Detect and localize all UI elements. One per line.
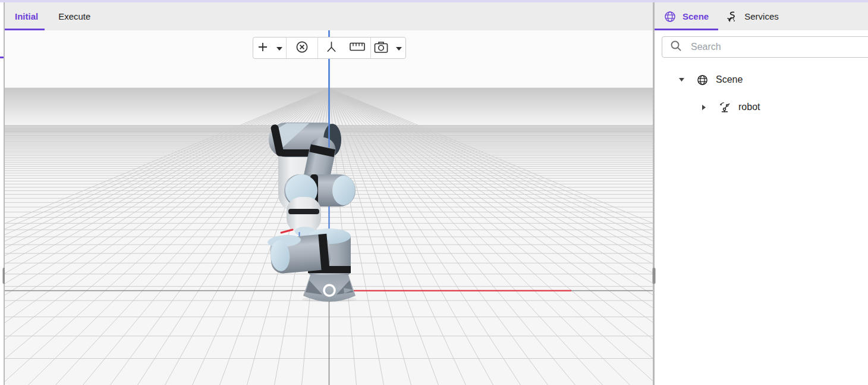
- caret-right-icon[interactable]: [700, 105, 708, 110]
- globe-icon: [664, 11, 676, 23]
- scene-panel: Scene Services: [655, 0, 868, 385]
- 3d-scene: [5, 30, 653, 385]
- tree-item-label: robot: [738, 102, 760, 112]
- active-tab-underline: [655, 29, 718, 30]
- scene-panel-tabbar: Scene Services: [655, 2, 868, 30]
- globe-icon: [696, 74, 708, 86]
- robot-base: [303, 275, 356, 302]
- tab-scene[interactable]: Scene: [655, 2, 718, 30]
- screenshot-button[interactable]: [371, 37, 392, 58]
- caret-down-icon: [396, 43, 402, 52]
- tree-item-label: Scene: [716, 74, 743, 85]
- tab-execute[interactable]: Execute: [57, 2, 92, 30]
- viewport-tabbar: Initial Execute: [5, 2, 653, 30]
- tab-initial-label: Initial: [15, 11, 38, 21]
- panel-resize-handle-right[interactable]: [652, 268, 655, 284]
- tab-services[interactable]: Services: [721, 2, 782, 30]
- caret-down-icon[interactable]: [677, 78, 685, 82]
- 3d-viewport[interactable]: [5, 30, 653, 385]
- robot-arm-icon: [719, 101, 731, 113]
- caret-down-icon: [276, 43, 282, 52]
- close-circle-icon: [295, 40, 309, 56]
- robot-shoulder-housing: [267, 231, 331, 275]
- tab-initial[interactable]: Initial: [5, 2, 48, 30]
- search-input[interactable]: [690, 41, 868, 53]
- ruler-icon: [350, 42, 365, 54]
- scene-search-box: [662, 36, 868, 58]
- viewport-panel: Initial Execute: [5, 0, 653, 385]
- app-window: Initial Execute: [0, 0, 868, 385]
- window-top-accent-bar: [0, 0, 868, 2]
- screenshot-dropdown-button[interactable]: [392, 37, 405, 58]
- tab-scene-label: Scene: [683, 11, 709, 21]
- tree-row-scene[interactable]: Scene: [655, 66, 868, 93]
- add-object-dropdown-button[interactable]: [272, 37, 286, 58]
- add-object-button[interactable]: [253, 37, 272, 58]
- measure-tool-button[interactable]: [344, 37, 370, 58]
- search-icon: [670, 40, 682, 54]
- camera-icon: [374, 41, 389, 55]
- service-plug-icon: [725, 10, 738, 23]
- plus-icon: [257, 41, 269, 55]
- viewport-toolbar: [253, 37, 406, 59]
- axes-tool-button[interactable]: [318, 37, 344, 58]
- axes-tripod-icon: [325, 40, 338, 56]
- tab-services-label: Services: [744, 11, 779, 21]
- panel-divider-right[interactable]: [653, 0, 655, 385]
- clear-selection-button[interactable]: [287, 37, 317, 58]
- tree-row-robot[interactable]: robot: [655, 93, 868, 121]
- scene-tree: Scene robot: [655, 66, 868, 121]
- tab-execute-label: Execute: [58, 11, 90, 21]
